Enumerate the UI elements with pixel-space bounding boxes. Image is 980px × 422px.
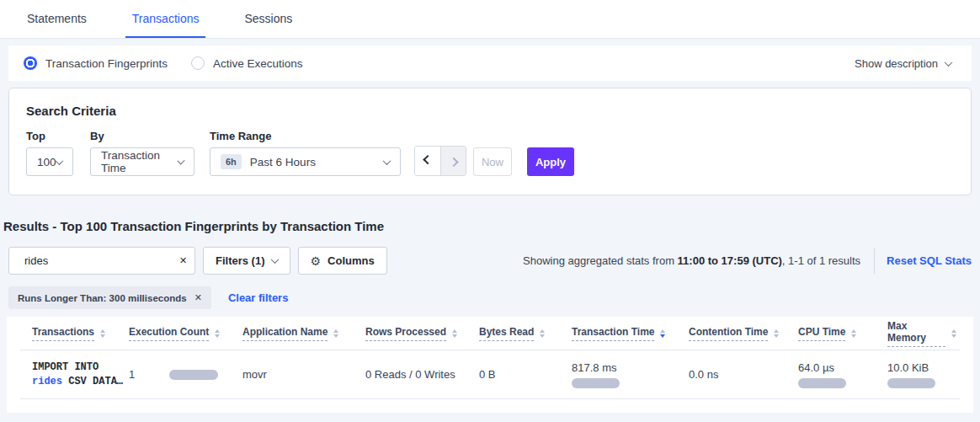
previous-time-button[interactable] — [415, 147, 440, 175]
radio-active-executions[interactable]: Active Executions — [191, 56, 303, 70]
active-filters-row: Runs Longer Than: 300 milliseconds ✕ Cle… — [8, 286, 972, 309]
by-field: By Transaction Time — [90, 130, 210, 176]
table-row: IMPORT INTO rides CSV DATA… 1 movr 0 Rea… — [20, 350, 960, 399]
filters-button[interactable]: Filters (1) — [203, 247, 290, 275]
cell-application-name: movr — [242, 368, 365, 381]
now-button[interactable]: Now — [473, 147, 512, 176]
chevron-down-icon — [383, 157, 391, 165]
chevron-left-icon — [423, 155, 432, 164]
cell-cpu-time: 64.0 µs — [798, 361, 887, 388]
columns-button[interactable]: ⚙ Columns — [298, 247, 387, 275]
vertical-divider — [874, 248, 875, 274]
filters-label: Filters (1) — [216, 254, 265, 267]
results-table: Transactions Execution Count Application… — [7, 317, 973, 413]
by-label: By — [90, 130, 210, 142]
chevron-down-icon — [56, 157, 64, 165]
view-radio-group: Transaction Fingerprints Active Executio… — [24, 56, 303, 70]
max-memory-bar — [887, 378, 935, 388]
sort-icon[interactable] — [452, 329, 457, 338]
clear-search-icon[interactable]: ✕ — [179, 255, 187, 266]
tab-sessions[interactable]: Sessions — [237, 2, 299, 38]
col-header-execution-count[interactable]: Execution Count — [129, 326, 242, 341]
col-header-application-name[interactable]: Application Name — [242, 326, 365, 341]
clear-filters-link[interactable]: Clear filters — [228, 291, 289, 304]
time-range-badge: 6h — [221, 154, 242, 169]
by-select[interactable]: Transaction Time — [90, 147, 194, 176]
page-tabs: Statements Transactions Sessions — [0, 0, 980, 39]
top-field: Top 100 — [26, 130, 90, 176]
columns-label: Columns — [328, 254, 375, 267]
results-title: Results - Top 100 Transaction Fingerprin… — [3, 219, 972, 233]
show-description-label: Show description — [855, 57, 938, 70]
radio-unselected-icon — [191, 56, 205, 70]
execution-count-bar — [169, 370, 218, 380]
remove-filter-icon[interactable]: ✕ — [194, 292, 202, 303]
next-time-button[interactable] — [440, 147, 466, 175]
sort-icon[interactable] — [100, 329, 105, 338]
col-header-contention-time[interactable]: Contention Time — [689, 326, 798, 341]
by-value: Transaction Time — [101, 149, 178, 174]
tab-transactions[interactable]: Transactions — [125, 2, 206, 38]
cell-bytes-read: 0 B — [479, 368, 572, 381]
transaction-time-bar — [572, 378, 620, 388]
search-match-highlight: rides — [32, 376, 62, 387]
radio-transaction-fingerprints[interactable]: Transaction Fingerprints — [24, 56, 168, 70]
radio-selected-icon — [24, 56, 37, 70]
chevron-down-icon — [270, 255, 279, 264]
col-header-transactions[interactable]: Transactions — [32, 326, 129, 341]
col-header-bytes-read[interactable]: Bytes Read — [479, 326, 572, 341]
time-range-label: Time Range — [210, 130, 414, 142]
cell-transaction-time: 817.8 ms — [572, 361, 689, 388]
search-criteria-panel: Search Criteria Top 100 By Transaction T… — [8, 88, 972, 195]
search-box[interactable]: ✕ — [8, 247, 195, 275]
cpu-time-bar — [798, 378, 846, 388]
sort-icon[interactable] — [215, 329, 220, 338]
sort-icon[interactable] — [951, 329, 956, 338]
col-header-cpu-time[interactable]: CPU Time — [798, 326, 887, 341]
top-value: 100 — [37, 156, 56, 168]
time-range-value: Past 6 Hours — [250, 156, 316, 168]
top-label: Top — [26, 130, 90, 142]
show-description-toggle[interactable]: Show description — [855, 57, 951, 70]
time-range-select[interactable]: 6h Past 6 Hours — [210, 147, 401, 176]
chevron-down-icon — [945, 58, 953, 67]
sort-icon[interactable] — [540, 329, 545, 338]
col-header-transaction-time[interactable]: Transaction Time — [572, 326, 689, 341]
cell-max-memory: 10.0 KiB — [887, 361, 956, 388]
radio-label: Transaction Fingerprints — [45, 57, 168, 70]
col-header-rows-processed[interactable]: Rows Processed — [365, 326, 479, 341]
results-toolbar: ✕ Filters (1) ⚙ Columns Showing aggregat… — [8, 247, 972, 275]
search-criteria-title: Search Criteria — [26, 104, 954, 118]
filter-pill[interactable]: Runs Longer Than: 300 milliseconds ✕ — [8, 286, 211, 309]
col-header-max-memory[interactable]: Max Memory — [887, 320, 956, 347]
sort-icon[interactable] — [851, 329, 856, 338]
reset-sql-stats-link[interactable]: Reset SQL Stats — [887, 254, 972, 267]
chevron-right-icon — [449, 158, 458, 167]
table-header-row: Transactions Execution Count Application… — [20, 317, 960, 350]
aggregated-stats-text: Showing aggregated stats from 11:00 to 1… — [523, 248, 972, 274]
transaction-fingerprint-link[interactable]: IMPORT INTO rides CSV DATA… — [32, 361, 129, 389]
cell-rows-processed: 0 Reads / 0 Writes — [365, 368, 479, 381]
sort-icon[interactable] — [774, 329, 779, 338]
cell-execution-count: 1 — [129, 368, 242, 381]
time-shift-buttons — [414, 146, 466, 176]
sort-icon-active[interactable] — [660, 329, 665, 338]
radio-label: Active Executions — [213, 57, 303, 70]
cell-contention-time: 0.0 ns — [689, 368, 798, 381]
gear-icon: ⚙ — [311, 254, 322, 268]
filter-pill-label: Runs Longer Than: 300 milliseconds — [18, 293, 187, 303]
view-toggle-bar: Transaction Fingerprints Active Executio… — [8, 45, 972, 81]
top-select[interactable]: 100 — [26, 147, 73, 176]
time-range-field: Time Range 6h Past 6 Hours — [210, 130, 414, 176]
search-input[interactable] — [24, 254, 173, 267]
apply-button[interactable]: Apply — [527, 147, 574, 176]
tab-statements[interactable]: Statements — [20, 2, 93, 38]
stats-time-range: 11:00 to 17:59 (UTC) — [678, 254, 782, 267]
sort-icon[interactable] — [333, 329, 338, 338]
